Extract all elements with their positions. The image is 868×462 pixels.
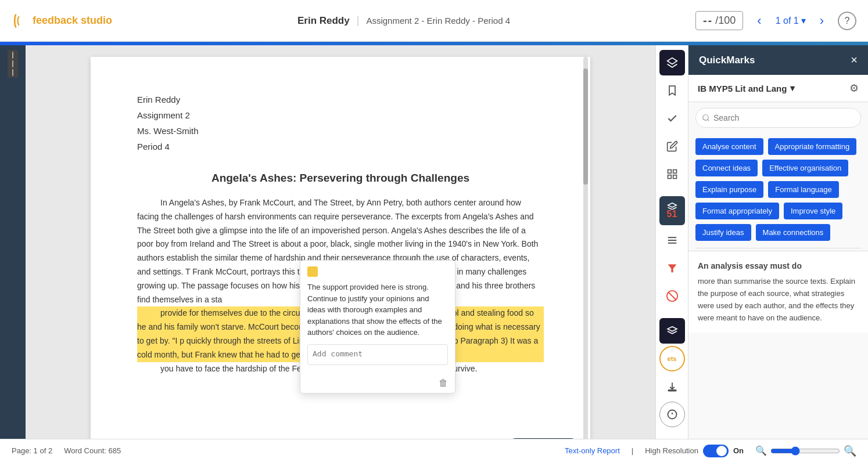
- assignment-label: Assignment 2 - Erin Reddy - Period 4: [366, 16, 510, 26]
- score-box: -- /100: [695, 11, 743, 30]
- quickmarks-title: QuickMarks: [699, 55, 755, 66]
- download-button[interactable]: [659, 374, 685, 399]
- tag-connect-ideas[interactable]: Connect ideas: [695, 160, 758, 176]
- quickmarks-divider: [695, 248, 861, 248]
- layers3-button[interactable]: [659, 318, 685, 344]
- tag-explain-purpose[interactable]: Explain purpose: [695, 181, 763, 198]
- page-indicator[interactable]: 1 of 1 ▾: [776, 15, 806, 26]
- doc-title: Angela's Ashes: Persevering through Chal…: [137, 172, 544, 185]
- high-resolution-label: High Resolution: [645, 446, 698, 455]
- tag-analyse-content[interactable]: Analyse content: [695, 138, 763, 155]
- tag-effective-organisation[interactable]: Effective organisation: [762, 160, 848, 176]
- tag-appropriate-formatting[interactable]: Appropriate formatting: [768, 138, 857, 155]
- document-page: Erin Reddy Assignment 2 Ms. West-Smith P…: [91, 57, 590, 439]
- grid-tool-button[interactable]: [659, 161, 685, 187]
- layers-icon: [666, 57, 678, 68]
- strong-support-badge: Strong support: [508, 438, 579, 439]
- quickmarks-subheader: IB MYP5 Lit and Lang ▾ ⚙: [688, 75, 868, 102]
- svg-rect-3: [668, 175, 671, 179]
- document-area: Erin Reddy Assignment 2 Ms. West-Smith P…: [26, 45, 655, 439]
- zoom-slider[interactable]: [770, 446, 840, 456]
- delete-button[interactable]: 🗑: [439, 378, 448, 388]
- comment-popup-header: [300, 261, 455, 281]
- logo: feedback studio: [12, 13, 112, 29]
- high-resolution-toggle[interactable]: [703, 445, 729, 457]
- download-icon: [667, 381, 677, 392]
- comment-input[interactable]: [307, 344, 448, 365]
- svg-rect-1: [668, 170, 671, 174]
- next-button[interactable]: ›: [815, 11, 828, 31]
- tag-format-appropriately[interactable]: Format appropriately: [695, 203, 779, 219]
- check-icon: [666, 113, 678, 124]
- comment-popup: The support provided here is strong. Con…: [300, 260, 455, 394]
- quickmarks-close-button[interactable]: ×: [851, 53, 858, 67]
- header-center: Erin Reddy | Assignment 2 - Erin Reddy -…: [124, 15, 684, 27]
- bookmark-tool-button[interactable]: [659, 78, 685, 103]
- prev-button[interactable]: ‹: [752, 11, 766, 31]
- edit-icon: [666, 140, 678, 152]
- doc-assignment-label: Assignment 2: [137, 107, 544, 123]
- tag-justify-ideas[interactable]: Justify ideas: [695, 224, 751, 241]
- svg-line-11: [668, 293, 676, 300]
- list-tool-button[interactable]: [659, 228, 685, 253]
- text-only-report-link[interactable]: Text-only Report: [565, 446, 620, 455]
- footer-page: Page: 1 of 2: [12, 446, 52, 455]
- svg-rect-13: [668, 390, 676, 391]
- filter-tool-button[interactable]: [659, 255, 685, 281]
- check-tool-button[interactable]: [659, 106, 685, 131]
- quickmarks-description-text: more than summarise the source texts. Ex…: [698, 276, 859, 324]
- tag-make-connections[interactable]: Make connections: [756, 224, 831, 241]
- handle-line-3: [12, 69, 13, 76]
- page-indicator-text: 1 of 1: [776, 16, 799, 26]
- quickmarks-panel: QuickMarks × IB MYP5 Lit and Lang ▾ ⚙ An…: [688, 45, 868, 439]
- count-label: 51: [667, 210, 677, 219]
- footer-word-count: Word Count: 685: [64, 446, 121, 455]
- svg-marker-5: [668, 203, 676, 208]
- quickmarks-set-name[interactable]: IB MYP5 Lit and Lang ▾: [698, 83, 795, 93]
- main-area: Erin Reddy Assignment 2 Ms. West-Smith P…: [0, 45, 868, 439]
- logo-icon: [12, 13, 28, 29]
- page-indicator-chevron: ▾: [801, 15, 806, 26]
- toggle-container: High Resolution On: [645, 445, 744, 457]
- zoom-out-icon[interactable]: 🔍: [755, 445, 767, 456]
- tag-improve-style[interactable]: Improve style: [784, 203, 842, 219]
- svg-marker-9: [668, 264, 676, 272]
- handle-line-2: [12, 60, 13, 67]
- layers-tool-button[interactable]: [659, 50, 685, 75]
- info-icon: [667, 409, 677, 420]
- footer-separator: |: [632, 446, 633, 455]
- doc-author-block: Erin Reddy Assignment 2 Ms. West-Smith P…: [137, 92, 544, 154]
- sidebar-handle[interactable]: [8, 50, 18, 78]
- doc-scrollbar[interactable]: [583, 57, 588, 439]
- quickmarks-header: QuickMarks ×: [688, 45, 868, 75]
- score-total: /100: [715, 15, 736, 27]
- left-sidebar: [0, 45, 26, 439]
- doc-teacher: Ms. West-Smith: [137, 123, 544, 139]
- comment-color-dot: [307, 266, 318, 277]
- layers-count-button[interactable]: 51: [659, 196, 685, 225]
- block-icon: [666, 290, 679, 302]
- quickmarks-search-input[interactable]: [695, 108, 861, 128]
- toggle-state-label: On: [733, 446, 744, 455]
- ets-label: ets: [668, 355, 677, 362]
- doc-author-name: Erin Reddy: [137, 92, 544, 107]
- svg-marker-0: [667, 58, 677, 64]
- ets-button[interactable]: ets: [659, 346, 685, 371]
- zoom-container: 🔍 🔍: [755, 445, 856, 457]
- help-button[interactable]: ?: [838, 12, 856, 30]
- tag-formal-language[interactable]: Formal language: [768, 181, 839, 198]
- quickmarks-description: An analysis essay must do more than summ…: [688, 251, 868, 333]
- quickmarks-gear-button[interactable]: ⚙: [849, 82, 859, 95]
- svg-rect-4: [673, 175, 676, 179]
- edit-tool-button[interactable]: [659, 133, 685, 159]
- doc-period: Period 4: [137, 139, 544, 154]
- logo-text: feedback studio: [33, 15, 112, 27]
- info-button[interactable]: [659, 402, 685, 427]
- block-tool-button[interactable]: [659, 283, 685, 309]
- score-dashes: --: [703, 14, 713, 27]
- grid-icon: [666, 168, 678, 180]
- quickmarks-description-title: An analysis essay must do: [698, 259, 859, 272]
- set-name-chevron: ▾: [790, 83, 795, 93]
- zoom-in-icon[interactable]: 🔍: [844, 445, 856, 457]
- right-tools-panel: 51 ets: [655, 45, 688, 439]
